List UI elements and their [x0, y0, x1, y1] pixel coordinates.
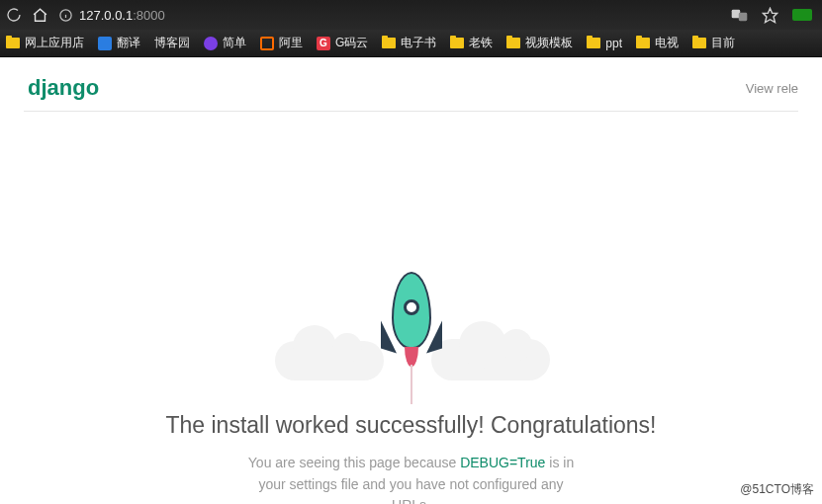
bookmark-label: 简单	[223, 35, 246, 51]
url-host: 127.0.0.1	[79, 8, 133, 23]
bookmark-label: 阿里	[279, 35, 303, 51]
debug-flag-text: DEBUG=True	[460, 455, 545, 470]
bookmark-item[interactable]: 目前	[692, 35, 735, 51]
svg-rect-4	[739, 12, 748, 21]
bookmark-item[interactable]: 老铁	[450, 35, 493, 51]
bookmark-label: 目前	[711, 35, 735, 51]
extension-badge[interactable]	[792, 9, 812, 21]
folder-icon	[382, 38, 396, 48]
url-right-icons	[731, 7, 812, 24]
flame-icon	[405, 347, 418, 367]
browser-url-bar: 127.0.0.1:8000	[0, 0, 822, 30]
bookmark-item[interactable]: ppt	[587, 37, 622, 50]
bookmark-label: 电视	[655, 35, 679, 51]
bookmark-label: 博客园	[154, 35, 190, 51]
page-header: django View rele	[0, 57, 822, 111]
folder-icon	[450, 38, 464, 48]
release-notes-link[interactable]: View rele	[746, 81, 798, 96]
subtext-part: is in	[545, 455, 574, 470]
bookmark-label: 电子书	[401, 35, 436, 51]
site-icon	[98, 37, 112, 50]
cloud-icon	[431, 339, 550, 380]
headline-text: The install worked successfully! Congrat…	[165, 412, 656, 439]
bookmark-label: 网上应用店	[25, 35, 84, 51]
url-box[interactable]: 127.0.0.1:8000	[58, 8, 721, 23]
rocket-window-icon	[404, 299, 419, 315]
url-port: :8000	[133, 8, 165, 23]
folder-icon	[6, 38, 20, 48]
bookmark-item[interactable]: 电视	[636, 35, 679, 51]
bookmark-label: 翻译	[117, 35, 140, 51]
bookmark-label: 老铁	[469, 35, 493, 51]
sub-text: You are seeing this page because DEBUG=T…	[248, 453, 574, 504]
bookmarks-bar: 网上应用店 翻译 博客园 简单 阿里 GG码云 电子书 老铁 视频模板 ppt …	[0, 30, 822, 57]
svg-marker-5	[763, 8, 776, 22]
subtext-part: URLs.	[392, 497, 430, 504]
url-text: 127.0.0.1:8000	[79, 8, 165, 23]
subtext-part: You are seeing this page because	[248, 455, 460, 470]
bookmark-item[interactable]: 简单	[204, 35, 246, 51]
cloud-icon	[275, 341, 384, 380]
folder-icon	[692, 38, 706, 48]
bookmark-label: G码云	[335, 35, 368, 51]
star-icon[interactable]	[762, 7, 778, 24]
hero-section: The install worked successfully! Congrat…	[0, 112, 822, 504]
trail-icon	[411, 365, 412, 404]
subtext-part: your settings file and you have not conf…	[258, 476, 563, 492]
nav-controls	[6, 7, 48, 24]
site-icon	[260, 37, 274, 50]
watermark-text: @51CTO博客	[740, 481, 814, 498]
bookmark-item[interactable]: 电子书	[382, 35, 436, 51]
rocket-body-icon	[392, 272, 431, 349]
refresh-icon[interactable]	[6, 7, 22, 23]
bookmark-item[interactable]: 翻译	[98, 35, 140, 51]
site-icon: G	[317, 37, 330, 50]
rocket-icon	[382, 258, 441, 377]
site-icon	[204, 37, 218, 50]
bookmark-item[interactable]: GG码云	[317, 35, 368, 51]
brand-logo: django	[28, 75, 99, 101]
bookmark-item[interactable]: 阿里	[260, 35, 303, 51]
bookmark-label: ppt	[605, 37, 622, 50]
bookmark-item[interactable]: 视频模板	[506, 35, 573, 51]
home-icon[interactable]	[32, 7, 48, 24]
bookmark-item[interactable]: 博客园	[154, 35, 190, 51]
bookmark-item[interactable]: 网上应用店	[6, 35, 84, 51]
bookmark-label: 视频模板	[525, 35, 573, 51]
rocket-illustration	[283, 220, 540, 398]
folder-icon	[506, 38, 520, 48]
translate-icon[interactable]	[731, 8, 748, 23]
page-content: django View rele The install worked succ…	[0, 57, 822, 504]
folder-icon	[636, 38, 650, 48]
folder-icon	[587, 38, 600, 48]
info-icon[interactable]	[58, 8, 73, 23]
